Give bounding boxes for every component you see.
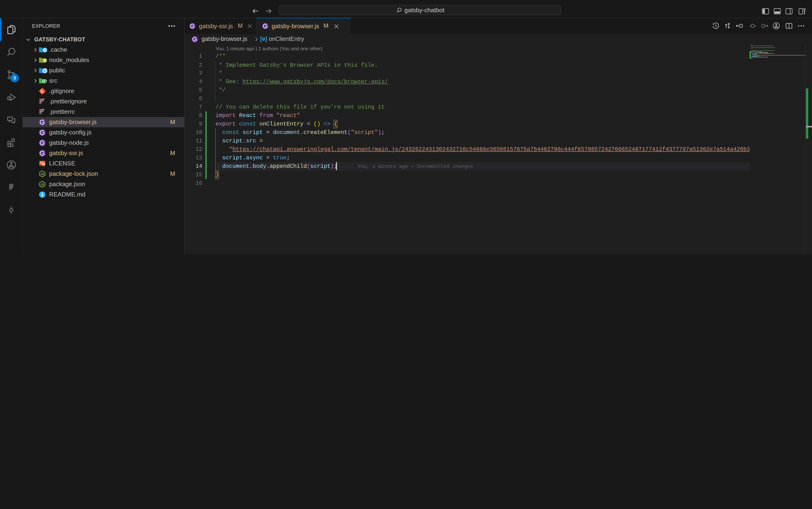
svg-text:JS: JS: [40, 172, 44, 176]
svg-text:JS: JS: [40, 183, 44, 186]
